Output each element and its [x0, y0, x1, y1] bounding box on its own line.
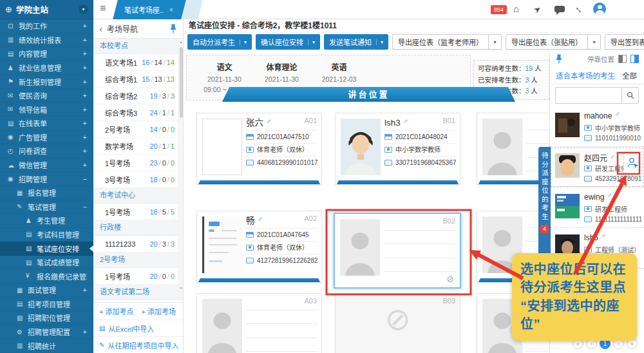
sidebar-item-label: 招聘统计: [28, 341, 87, 351]
candidate-row-ewing[interactable]: ewing♂ 研发工程师 111111111111111111: [550, 187, 644, 228]
desk-bar: [337, 180, 459, 184]
seat-card-b02-selected[interactable]: B02 ⊘: [334, 213, 461, 289]
export-seat-chart-post-button[interactable]: 导出座位表（张贴用）: [506, 34, 588, 50]
tab-all[interactable]: 全部: [622, 70, 638, 81]
sidebar-item-my-work[interactable]: ⊡我的工作+: [0, 19, 93, 33]
candidate-row-zhaosiyuan[interactable]: 赵四元♂ 研发工程师 45232919780911: [550, 147, 644, 187]
dropdown-caret-icon[interactable]: ▾: [308, 39, 315, 45]
exam-room-item[interactable]: 3号考场18/0/0: [93, 171, 183, 188]
assign-to-selected-seat-button[interactable]: [623, 153, 642, 173]
dock-right-toggle[interactable]: [630, 55, 639, 63]
scroll-down-icon[interactable]: ▼: [179, 286, 183, 290]
exam-room-item[interactable]: 数学考场20/1/1: [93, 138, 183, 155]
collapse-circle-icon[interactable]: ▾: [79, 5, 88, 14]
room-name: 11121233: [105, 240, 149, 248]
import-excel-button[interactable]: ▤从Excel中导入: [93, 320, 183, 336]
exam-room-item[interactable]: 语文考场116/14/14: [93, 54, 183, 71]
sidebar-item-recruit-mgmt[interactable]: ◉招聘管理−: [0, 172, 93, 186]
dock-left-toggle[interactable]: [618, 55, 627, 63]
sidebar-item-exam-score-mgmt[interactable]: ▤笔试成绩管理: [0, 256, 93, 270]
exam-room-item[interactable]: 1112123320/3/3: [93, 236, 183, 253]
sidebar-item-interview-mgmt[interactable]: ▦面试管理+: [0, 283, 93, 298]
main-header: 笔试座位安排 - 综合考场2，教学楼1楼1011 自动分派考生▾ 确认座位安排▾…: [184, 19, 644, 50]
close-icon[interactable]: ×: [169, 6, 173, 14]
sidebar-item-label: 内容管理: [19, 48, 83, 59]
sidebar-item-written-exam-mgmt[interactable]: ✎笔试管理−: [0, 200, 93, 215]
chat-icon[interactable]: [554, 6, 565, 12]
seat-card-a03[interactable]: A03: [196, 293, 322, 353]
scroll-up-icon[interactable]: ▲: [179, 40, 183, 44]
export-signin-sheet-button[interactable]: 导出签到表: [605, 34, 644, 50]
export-seat-chart-proctor-button[interactable]: 导出座位表（监考老师用）: [392, 34, 489, 50]
sidebar-item-payment-records[interactable]: ¥报名缴费记录管理: [0, 269, 93, 283]
dropdown-caret-icon[interactable]: ▾: [376, 39, 383, 45]
tab-written-exam-room[interactable]: 笔试考场座.. ×: [113, 0, 185, 19]
seat-card-a01[interactable]: A01 张六♂ 2021C01A047510 体育老师（双休） 44068129…: [196, 113, 322, 185]
sidebar-item-employment-info[interactable]: ♟就业信息管理+: [0, 61, 93, 75]
subject-date: 2021-11-30: [196, 74, 253, 84]
sidebar-item-exam-project-mgmt[interactable]: ▤招考项目管理: [0, 298, 93, 312]
assigned-count: 3: [162, 240, 166, 248]
notification-badge[interactable]: 854: [491, 5, 507, 14]
prohibit-icon[interactable]: ⊘: [446, 274, 454, 284]
job-icon: [584, 125, 592, 131]
pending-candidates-tab[interactable]: 待分派座位的考生 4: [538, 147, 551, 268]
exam-room-item[interactable]: 2号考场14/0/0: [93, 121, 183, 138]
sidebar-item-ad-mgmt[interactable]: ◉广告管理+: [0, 131, 93, 145]
sidebar-item-online-forms[interactable]: ▤在线表单+: [0, 117, 93, 131]
exam-room-item[interactable]: 综合考场115/13/13: [93, 71, 183, 88]
active-notch: [90, 245, 93, 252]
seat-card-a02[interactable]: A02 畅♂ 2021C01A047645 体育老师（双休） 412728199…: [196, 211, 322, 283]
sidebar-item-signup-mgmt[interactable]: ▦报名管理: [0, 186, 93, 200]
pin-icon[interactable]: [169, 24, 177, 33]
dropdown-caret-icon[interactable]: ▾: [489, 34, 502, 50]
tab-fit-this-room[interactable]: 适合本考场的考生: [556, 70, 622, 81]
sidebar-item-position-mgmt[interactable]: ▧招聘职位管理: [0, 311, 93, 325]
exam-room-item[interactable]: 1号考场23/0/0: [93, 155, 183, 171]
send-notice-button[interactable]: 发送笔试通知▾: [324, 34, 388, 50]
expand-plus-icon: +: [83, 64, 87, 72]
sidebar-item-freshman-registration[interactable]: ⚑新生报到管理+: [0, 75, 93, 89]
confirm-seating-button[interactable]: 确认座位安排▾: [256, 34, 320, 50]
sidebar-item-public-consultation[interactable]: ✉便民咨询+: [0, 89, 93, 103]
send-icon[interactable]: ➤: [532, 3, 544, 15]
search-input[interactable]: [555, 87, 621, 104]
sidebar-item-recruit-config[interactable]: ⚙招聘管理配置+: [0, 325, 93, 339]
user-avatar[interactable]: [593, 3, 606, 15]
sidebar-item-content-mgmt[interactable]: ▤内容管理+: [0, 47, 93, 61]
exam-room-item[interactable]: 综合考场324/1/1: [93, 104, 183, 121]
auto-assign-button[interactable]: 自动分派考生▾: [187, 34, 252, 50]
scrollbar-thumb[interactable]: [180, 47, 183, 118]
sidebar-item-leader-mailbox[interactable]: ✉领导信箱+: [0, 102, 93, 117]
sidebar-item-recruit-stats[interactable]: ▥招聘统计: [0, 339, 93, 353]
add-site-button[interactable]: + 添加考点: [99, 306, 133, 316]
search-button[interactable]: [621, 87, 639, 104]
import-past-project-button[interactable]: ✎从往期招考项目中导入: [93, 336, 183, 353]
back-chevron-icon[interactable]: ‹: [99, 23, 102, 34]
exam-room-item-current[interactable]: 综合考场219/3/3: [93, 88, 183, 104]
dropdown-caret-icon[interactable]: ▾: [588, 34, 601, 50]
table-icon: ▦: [17, 189, 28, 196]
hamburger-icon[interactable]: ≡: [100, 3, 106, 14]
sidebar-item-wechat-mgmt[interactable]: ☁微信管理+: [0, 158, 93, 173]
home-icon[interactable]: ⌂: [513, 3, 519, 14]
seat-card-b03-disabled[interactable]: B03 ⊘: [335, 293, 460, 353]
exam-room-item[interactable]: 1号考场20/0/0: [93, 268, 183, 285]
candidate-row-mahone[interactable]: mahone♂ 中小学数学教师 110101199001017030: [550, 106, 644, 147]
brand-header[interactable]: ⊕ 学院主站 ▾: [0, 0, 93, 19]
sidebar-item-label: 绩效统计报表: [19, 35, 83, 45]
pin-icon[interactable]: [555, 54, 563, 64]
sidebar-item-exam-subject-mgmt[interactable]: ▤考试科目管理: [0, 228, 93, 242]
room-name: 1号考场: [105, 158, 149, 168]
button-label: 确认座位安排: [261, 37, 303, 47]
nav-scrollbar[interactable]: ▲ ▼: [178, 39, 183, 291]
add-room-button[interactable]: + 添加考场: [141, 306, 175, 316]
sidebar-item-survey[interactable]: ◴问卷调查+: [0, 144, 93, 158]
exam-room-item[interactable]: 1号考场18/5/5: [93, 204, 183, 220]
sidebar-item-seat-arrangement[interactable]: ▤笔试座位安排: [0, 242, 93, 256]
dropdown-caret-icon[interactable]: ▾: [240, 39, 247, 45]
seat-card-b01[interactable]: B01 lsh3♂ 2021C01A048024 中小学数学教师 3307191…: [335, 113, 460, 185]
fullscreen-icon[interactable]: ↔: [573, 1, 587, 16]
sidebar-item-candidate-mgmt[interactable]: ♟考生管理: [0, 214, 93, 228]
sidebar-item-performance-reports[interactable]: ▥绩效统计报表+: [0, 33, 93, 48]
